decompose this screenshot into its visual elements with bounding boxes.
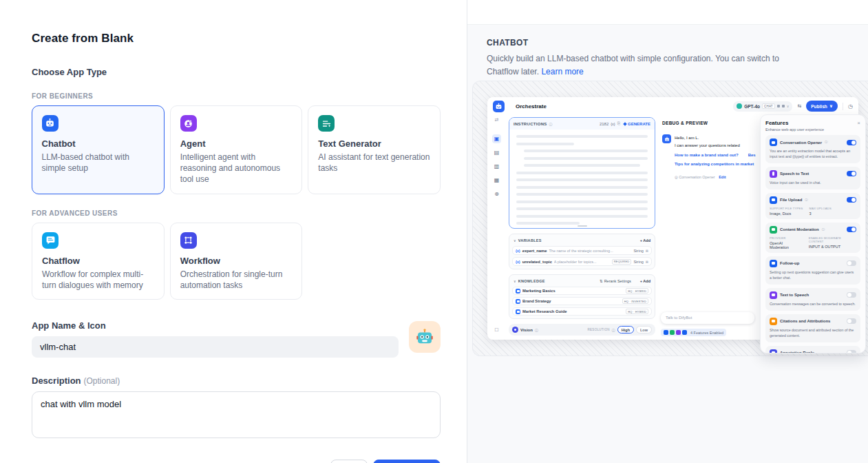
app-name-row [32, 336, 441, 358]
chatbot-icon [42, 115, 59, 132]
chat-input: Talk to DifyBot [661, 312, 754, 324]
variables-panel: ∨ VARIABLES + Add {x} expert_name The na… [509, 234, 655, 269]
edit-link: Edit [719, 175, 726, 179]
features-enabled-bar: 4 Features Enabled [661, 329, 726, 336]
app-type-card-workflow[interactable]: Workflow Orchestration for single-turn a… [170, 223, 303, 300]
toggle [847, 140, 856, 145]
info-icon: ⓘ [805, 198, 808, 202]
toggle [847, 318, 856, 324]
required-badge: REQUIRED [612, 259, 632, 265]
add-knowledge-button: + Add [640, 279, 650, 283]
vision-row: Vision ⓘ RESOLUTION ⓘ High Low [509, 324, 655, 336]
settings-icon: ⊞ [646, 249, 648, 253]
feature-chip-icon [682, 330, 687, 335]
swap-icon: ⇄ [495, 117, 499, 123]
card-title: Workflow [180, 256, 293, 266]
feature-chip-icon [670, 330, 675, 335]
model-selector: GPT-4o CHAT ∨ [733, 101, 792, 112]
card-desc: Orchestration for single-turn automation… [180, 269, 293, 291]
app-type-card-chatflow[interactable]: Chatflow Workflow for complex multi-turn… [32, 223, 165, 300]
variable-icon: {x} [516, 260, 520, 264]
sparkle-icon [623, 122, 627, 126]
app-name-label: App Name & Icon [32, 320, 441, 331]
skeleton-line [516, 200, 648, 203]
instructions-panel: INSTRUCTIONS ⓘ 2182 {x} ⎘ GENERATE [509, 117, 655, 229]
panel-toggle-icon: □ [495, 327, 498, 333]
toggle [847, 227, 856, 232]
dataset-icon [516, 309, 520, 314]
suggestion-link: How to make a brand stand out?Bes [675, 152, 756, 159]
settings-icon: ⊞ [646, 260, 648, 264]
app-name-input[interactable] [32, 336, 399, 358]
skeleton-line [516, 143, 574, 145]
feature-conversation-opener: Conversation Opener ⓘ You are an entity … [765, 135, 860, 163]
instructions-label: INSTRUCTIONS [514, 122, 547, 126]
info-icon: ⓘ [535, 328, 538, 332]
description-textarea[interactable]: chat with vllm model [32, 391, 441, 438]
toggle [847, 171, 856, 176]
greeting-line: Hello, I am L. [675, 134, 756, 142]
resize-handle [578, 225, 587, 227]
top-strip [467, 0, 868, 25]
chevron-down-icon: ∨ [514, 279, 516, 283]
microphone-icon [770, 170, 777, 178]
feature-text-to-speech: Text to Speech Conversation messages can… [765, 288, 860, 311]
folder-icon [770, 196, 777, 204]
add-variable-button: + Add [640, 238, 650, 243]
app-type-card-chatbot[interactable]: Chatbot LLM-based chatbot with simple se… [32, 105, 165, 194]
app-icon-picker[interactable] [409, 321, 441, 353]
advanced-cards-row: Chatflow Workflow for complex multi-turn… [32, 223, 441, 300]
vision-eye-icon [512, 327, 518, 333]
features-enabled-label: 4 Features Enabled [690, 331, 723, 335]
publish-button: Publish ∨ [806, 101, 838, 112]
close-icon: × [857, 120, 860, 126]
app-type-card-text-generator[interactable]: Text Generator AI assistant for text gen… [308, 105, 441, 194]
create-button[interactable]: Create ⌘ ↵ [373, 460, 441, 463]
skeleton-line [524, 157, 648, 160]
mock-app-title: Orchestrate [516, 103, 547, 110]
gpt-model-icon [737, 103, 742, 109]
choose-app-type-label: Choose App Type [32, 67, 441, 77]
resolution-low-chip: Low [636, 326, 652, 333]
skeleton-line [516, 172, 648, 174]
model-name: GPT-4o [744, 104, 760, 109]
feature-chip-icon [676, 330, 681, 335]
info-icon: ⓘ [549, 122, 553, 126]
create-app-modal: Create from Blank Choose App Type FOR BE… [0, 0, 467, 463]
toggle [847, 350, 856, 353]
bot-avatar-icon [662, 134, 671, 143]
info-icon: ⓘ [822, 228, 825, 232]
suggestion-link: Tips for analyzing competitors in market [675, 161, 756, 168]
for-advanced-label: FOR ADVANCED USERS [32, 209, 441, 217]
app-type-card-agent[interactable]: Agent Intelligent agent with reasoning a… [170, 105, 303, 194]
variable-icon: {x} [611, 122, 615, 126]
skeleton-line [516, 135, 648, 138]
model-capability-icon [777, 105, 780, 107]
preview-pane: CHATBOT Quickly build an LLM-based chatb… [467, 0, 868, 463]
feature-file-upload: File Upload ⓘ SUPPORT FILE TYPESImage, D… [765, 193, 860, 219]
text-generator-icon [318, 115, 335, 132]
skeleton-line [516, 222, 580, 225]
feature-chip-icon [664, 330, 668, 335]
mock-topbar: Orchestrate GPT-4o CHAT ∨ ⇆ Publish ∨ ◷ [487, 97, 858, 115]
learn-more-link[interactable]: Learn more [541, 67, 583, 76]
card-desc: LLM-based chatbot with simple setup [42, 152, 155, 174]
cancel-button[interactable]: Cancel [330, 460, 368, 463]
rerank-settings-button: ⇅ Rerank Settings [600, 279, 631, 283]
preview-illustration: Orchestrate GPT-4o CHAT ∨ ⇆ Publish ∨ ◷ [472, 81, 868, 356]
orchestrate-nav-icon: ▣ [492, 134, 501, 143]
chevron-down-icon: ∨ [514, 238, 516, 243]
feature-follow-up: Follow-up Setting up next questions sugg… [765, 256, 860, 285]
preview-blurb: Quickly build an LLM-based chatbot with … [487, 52, 783, 78]
knowledge-label: KNOWLEDGE [518, 279, 545, 283]
generate-button: GENERATE [624, 122, 650, 126]
knowledge-row: Market Research Guide HQ · HYBRID [512, 307, 652, 316]
toggle [847, 292, 856, 298]
modal-footer: No ideas? Check out our templates → Canc… [32, 460, 441, 463]
instructions-skeleton [509, 130, 655, 225]
model-capability-icon [782, 105, 785, 107]
chatflow-icon [42, 232, 59, 249]
card-title: Chatbot [42, 138, 155, 149]
info-icon: ⓘ [825, 141, 828, 144]
globe-nav-icon: ⊕ [492, 189, 501, 198]
